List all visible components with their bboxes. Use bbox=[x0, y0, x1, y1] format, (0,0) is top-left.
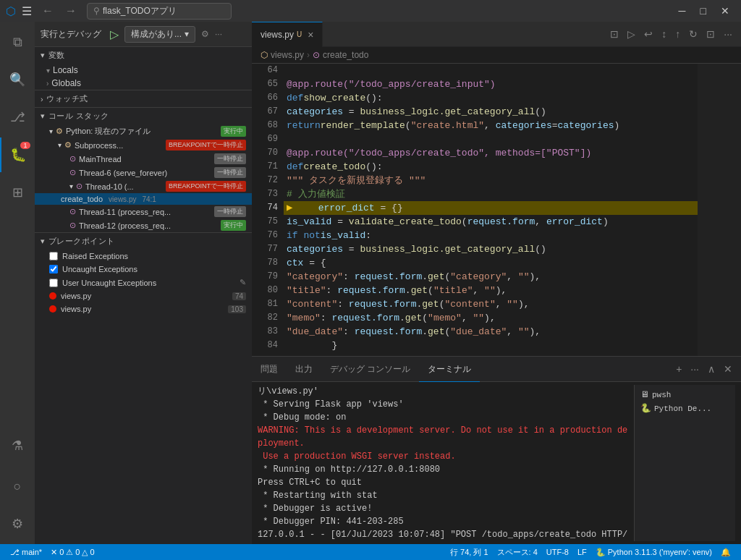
search-bar[interactable]: ⚲ flask_TODOアプリ bbox=[87, 3, 232, 20]
edit-icon[interactable]: ✎ bbox=[240, 278, 246, 287]
bp-views-103[interactable]: views.py 103 bbox=[35, 302, 252, 315]
activity-item-extensions[interactable]: ⊞ bbox=[0, 175, 35, 210]
frame-file: views.py bbox=[109, 195, 136, 203]
panel-tab-debug-console[interactable]: デバッグ コンソール bbox=[321, 357, 419, 382]
activity-item-test[interactable]: ⚗ bbox=[0, 428, 35, 463]
error-count: 0 bbox=[59, 548, 64, 556]
code-content[interactable]: @app.route("/todo_apps/create_input") de… bbox=[284, 64, 698, 356]
variables-section-header[interactable]: ▾ 変数 bbox=[35, 47, 252, 64]
tab-action-split[interactable]: ⊡ bbox=[607, 27, 622, 41]
thread12-badge: 実行中 bbox=[221, 220, 246, 231]
status-eol[interactable]: LF bbox=[573, 547, 591, 558]
bp-uncaught-exceptions[interactable]: Uncaught Exceptions bbox=[35, 263, 252, 276]
debug-config-dropdown[interactable]: 構成があり... ▾ bbox=[124, 26, 195, 43]
var-item-globals[interactable]: › Globals bbox=[35, 77, 252, 90]
tab-close-icon[interactable]: × bbox=[308, 29, 313, 41]
tab-views-py[interactable]: views.py U × bbox=[252, 22, 323, 47]
activity-item-search[interactable]: 🔍 bbox=[0, 62, 35, 97]
bp-user-uncaught-exceptions[interactable]: User Uncaught Exceptions ✎ bbox=[35, 276, 252, 289]
breadcrumb-function[interactable]: create_todo bbox=[323, 50, 368, 60]
bp-file-label: views.py bbox=[61, 292, 91, 300]
panel-tab-terminal[interactable]: ターミナル bbox=[419, 357, 480, 382]
mainthread-item[interactable]: ⊙ MainThread 一時停止 bbox=[35, 152, 252, 166]
thread12-item[interactable]: ⊙ Thread-12 (process_req... 実行中 bbox=[35, 219, 252, 232]
thread-badge: 実行中 bbox=[221, 126, 246, 137]
terminal-line-4: WARNING: This is a development server. D… bbox=[258, 424, 628, 450]
status-encoding[interactable]: UTF-8 bbox=[542, 547, 573, 558]
bp-user-uncaught-checkbox[interactable] bbox=[49, 279, 58, 287]
breadcrumb-file[interactable]: views.py bbox=[271, 50, 304, 60]
create-todo-frame[interactable]: create_todo views.py 74:1 bbox=[35, 193, 252, 205]
thread-python[interactable]: ▾ ⚙ Python: 現在のファイル 実行中 bbox=[35, 124, 252, 138]
tab-action-step-over[interactable]: ↕ bbox=[659, 27, 669, 41]
debug-more-icon[interactable]: ··· bbox=[215, 29, 222, 39]
bp-raised-exceptions[interactable]: Raised Exceptions bbox=[35, 250, 252, 263]
bp-uncaught-checkbox[interactable] bbox=[49, 265, 58, 273]
tab-action-restart[interactable]: ↻ bbox=[686, 27, 700, 41]
panel-close-button[interactable]: ✕ bbox=[721, 362, 735, 376]
line-num-72: 72 bbox=[258, 174, 278, 187]
thread11-item[interactable]: ⊙ Thread-11 (process_req... 一時停止 bbox=[35, 205, 252, 219]
code-line-80: "title": request.form.get("title", ""), bbox=[284, 284, 698, 297]
bp-dot-icon bbox=[49, 292, 56, 300]
debug-gear-icon[interactable]: ⚙ bbox=[201, 29, 209, 39]
bp-views-74[interactable]: views.py 74 bbox=[35, 289, 252, 302]
thread11-badge: 一時停止 bbox=[214, 206, 246, 217]
status-python[interactable]: 🐍 Python 3.11.3 ('myenv': venv) bbox=[591, 547, 716, 558]
terminal-python[interactable]: 🐍 Python De... bbox=[638, 402, 732, 415]
panel-tab-output[interactable]: 出力 bbox=[287, 357, 321, 382]
titlebar: ⬡ ☰ ← → ⚲ flask_TODOアプリ ─ □ ✕ bbox=[0, 0, 741, 22]
callstack-content: ▾ ⚙ Python: 現在のファイル 実行中 ▾ ⚙ Subprocess..… bbox=[35, 124, 252, 232]
debug-run-button[interactable]: ▷ bbox=[107, 26, 122, 43]
forward-button[interactable]: → bbox=[61, 3, 81, 19]
close-button[interactable]: ✕ bbox=[715, 4, 735, 18]
status-notifications[interactable]: 🔔 bbox=[716, 547, 735, 558]
callstack-header[interactable]: ▾ コール スタック bbox=[35, 108, 252, 124]
var-item-locals[interactable]: ▾ Locals bbox=[35, 64, 252, 77]
sidebar: 実行とデバッグ ▷ 構成があり... ▾ ⚙ ··· ▾ 変数 ▾ Locals… bbox=[35, 22, 252, 544]
activity-item-source-control[interactable]: ⎇ bbox=[0, 100, 35, 135]
activity-item-settings[interactable]: ⚙ bbox=[0, 506, 35, 541]
menu-icon[interactable]: ☰ bbox=[22, 4, 32, 18]
search-text: flask_TODOアプリ bbox=[103, 5, 177, 17]
add-terminal-button[interactable]: + bbox=[673, 362, 685, 376]
activity-item-account[interactable]: ○ bbox=[0, 469, 35, 504]
thread10-item[interactable]: ▾ ⊙ Thread-10 (... BREAKPOINTで一時停止 bbox=[35, 179, 252, 193]
breakpoints-header[interactable]: ▾ ブレークポイント bbox=[35, 233, 252, 250]
activity-item-debug[interactable]: 🐛 1 bbox=[0, 137, 35, 172]
activity-item-explorer[interactable]: ⧉ bbox=[0, 25, 35, 59]
minimize-button[interactable]: ─ bbox=[673, 4, 692, 18]
thread6-item[interactable]: ⊙ Thread-6 (serve_forever) 一時停止 bbox=[35, 166, 252, 179]
panel-tab-problems[interactable]: 問題 bbox=[252, 357, 287, 382]
subprocess-item[interactable]: ▾ ⚙ Subprocess... BREAKPOINTで一時停止 bbox=[35, 138, 252, 152]
terminal-line-8: * Restarting with stat bbox=[258, 489, 628, 502]
tab-modified-indicator: U bbox=[297, 30, 302, 38]
watch-section-header[interactable]: › ウォッチ式 bbox=[35, 90, 252, 107]
status-branch[interactable]: ⎇ main* bbox=[6, 548, 46, 557]
breadcrumb-icon: ⬡ bbox=[261, 50, 268, 60]
terminal-pwsh[interactable]: 🖥 pwsh bbox=[638, 388, 732, 402]
panel-chevron-up[interactable]: ∧ bbox=[705, 362, 718, 376]
debug-title: 実行とデバッグ bbox=[41, 28, 101, 41]
status-errors[interactable]: ✕ 0 ⚠ 0 △ 0 bbox=[46, 548, 98, 557]
back-button[interactable]: ← bbox=[38, 3, 58, 19]
panel-more-button[interactable]: ··· bbox=[687, 362, 702, 376]
indent-label: スペース: 4 bbox=[497, 547, 538, 558]
status-indent[interactable]: スペース: 4 bbox=[493, 547, 542, 558]
bp-raised-checkbox[interactable] bbox=[49, 252, 58, 260]
status-line-col[interactable]: 行 74, 列 1 bbox=[446, 547, 493, 558]
info-count: 0 bbox=[90, 548, 94, 556]
tab-action-run[interactable]: ▷ bbox=[624, 27, 638, 41]
debug-toolbar: 実行とデバッグ ▷ 構成があり... ▾ ⚙ ··· bbox=[35, 22, 252, 47]
terminal-line-7: Press CTRL+C to quit bbox=[258, 476, 628, 489]
terminal-main[interactable]: リ\views.py' * Serving Flask app 'views' … bbox=[258, 385, 628, 541]
tab-action-step-up[interactable]: ↑ bbox=[672, 27, 683, 41]
tab-action-more[interactable]: ··· bbox=[721, 27, 735, 41]
code-line-66: def show_create(): bbox=[284, 91, 698, 105]
debug-config-label: 構成があり... bbox=[131, 28, 182, 41]
code-line-72: """ タスクを新規登録する """ bbox=[284, 174, 698, 187]
maximize-button[interactable]: □ bbox=[695, 4, 712, 18]
thread6-badge: 一時停止 bbox=[214, 167, 246, 178]
tab-action-stop[interactable]: ⊡ bbox=[703, 27, 718, 41]
tab-action-step-into[interactable]: ↩ bbox=[641, 27, 656, 41]
